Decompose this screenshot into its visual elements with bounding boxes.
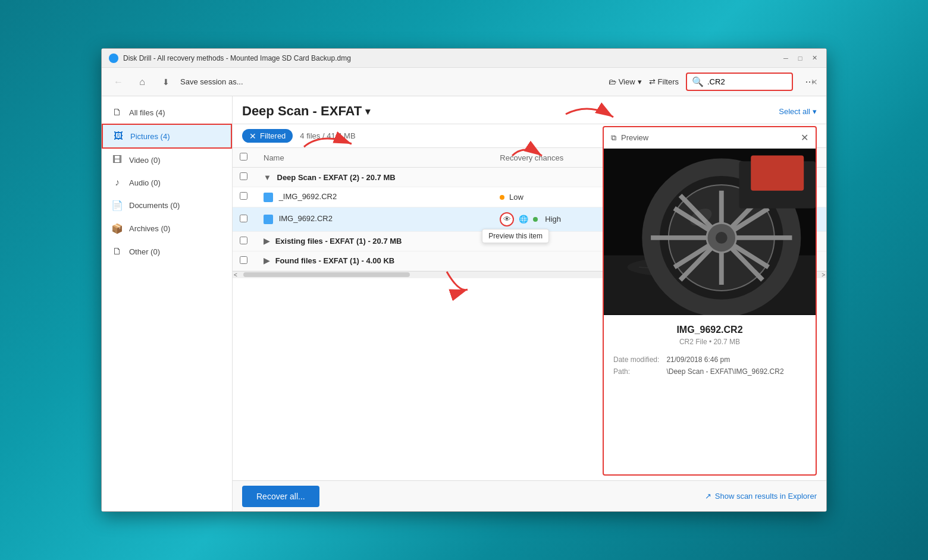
home-button[interactable]: ⌂ bbox=[133, 73, 152, 92]
recovery-dot-low bbox=[500, 195, 504, 200]
chevron-down-icon: ▾ bbox=[365, 106, 370, 117]
preview-meta: Date modified: 21/09/2018 6:46 pm Path: … bbox=[613, 355, 806, 376]
sidebar-item-all-files[interactable]: 🗋 All files (4) bbox=[102, 101, 232, 124]
path-label: Path: bbox=[613, 367, 659, 376]
preview-title: Preview bbox=[621, 133, 648, 142]
toolbar-right: 🗁 View ▾ ⇄ Filters 🔍 ✕ ··· bbox=[609, 73, 819, 92]
preview-item-button[interactable]: 👁 bbox=[500, 212, 514, 226]
preview-close-button[interactable]: ✕ bbox=[801, 132, 808, 143]
search-box: 🔍 ✕ bbox=[686, 73, 793, 91]
main-header: Deep Scan - EXFAT ▾ Select all ▾ bbox=[233, 96, 826, 124]
file-icon bbox=[264, 215, 273, 224]
view-label: View bbox=[619, 77, 635, 86]
sidebar-label-archives: Archives (0) bbox=[129, 224, 170, 233]
filter-label: Filtered bbox=[260, 131, 286, 140]
remove-filter-button[interactable]: ✕ bbox=[249, 132, 256, 140]
more-button[interactable]: ··· bbox=[800, 73, 819, 92]
filters-label: Filters bbox=[658, 77, 679, 86]
file-name-cell: _IMG_9692.CR2 bbox=[256, 187, 493, 207]
scan-title: Deep Scan - EXFAT ▾ bbox=[242, 103, 370, 119]
file-icon bbox=[264, 193, 273, 202]
date-value: 21/09/2018 6:46 pm bbox=[666, 355, 806, 364]
sidebar-item-audio[interactable]: ♪ Audio (0) bbox=[102, 171, 232, 194]
explorer-icon: ↗ bbox=[705, 492, 711, 501]
sidebar-item-pictures[interactable]: 🖼 Pictures (4) bbox=[102, 124, 232, 149]
path-value: \Deep Scan - EXFAT\IMG_9692.CR2 bbox=[666, 367, 806, 376]
filter-chip: ✕ Filtered bbox=[242, 129, 293, 143]
svg-rect-17 bbox=[751, 155, 804, 190]
sidebar-item-other[interactable]: 🗋 Other (0) bbox=[102, 240, 232, 263]
back-button[interactable]: ← bbox=[109, 73, 128, 92]
search-icon: 🔍 bbox=[692, 76, 704, 87]
sidebar-label-audio: Audio (0) bbox=[129, 178, 161, 187]
scroll-left-btn[interactable]: < bbox=[234, 272, 237, 278]
scrollbar-thumb[interactable] bbox=[243, 272, 410, 277]
preview-image-svg bbox=[604, 149, 816, 315]
archives-icon: 📦 bbox=[111, 223, 123, 234]
download-button[interactable]: ⬇ bbox=[156, 73, 175, 92]
search-input[interactable] bbox=[707, 77, 807, 86]
preview-filetype: CR2 File • 20.7 MB bbox=[613, 338, 806, 346]
sidebar-item-archives[interactable]: 📦 Archives (0) bbox=[102, 217, 232, 240]
select-all-checkbox-header[interactable] bbox=[233, 148, 256, 168]
date-label: Date modified: bbox=[613, 355, 659, 364]
other-icon: 🗋 bbox=[111, 246, 123, 257]
sidebar-label-documents: Documents (0) bbox=[129, 201, 180, 210]
filters-button[interactable]: ⇄ Filters bbox=[649, 77, 679, 86]
preview-header-left: ⧉ Preview bbox=[611, 133, 648, 143]
content-area: 🗋 All files (4) 🖼 Pictures (4) 🎞 Video (… bbox=[102, 96, 826, 511]
recovery-dot-high bbox=[533, 217, 538, 222]
minimize-button[interactable]: ─ bbox=[781, 54, 791, 63]
sidebar-item-documents[interactable]: 📄 Documents (0) bbox=[102, 194, 232, 217]
preview-tooltip-text: Preview this item bbox=[482, 229, 549, 243]
folder-icon: 🗁 bbox=[609, 77, 616, 86]
view-button[interactable]: 🗁 View ▾ bbox=[609, 77, 642, 86]
group-checkbox-cell[interactable] bbox=[233, 251, 256, 270]
preview-info: IMG_9692.CR2 CR2 File • 20.7 MB Date mod… bbox=[604, 315, 816, 474]
group-checkbox-cell[interactable] bbox=[233, 168, 256, 187]
app-icon bbox=[109, 54, 118, 63]
svg-point-14 bbox=[716, 232, 728, 244]
chevron-down-icon: ▾ bbox=[638, 77, 642, 86]
maximize-button[interactable]: □ bbox=[795, 54, 805, 63]
preview-image-area bbox=[604, 149, 816, 315]
preview-filename: IMG_9692.CR2 bbox=[613, 325, 806, 335]
all-files-icon: 🗋 bbox=[111, 107, 123, 118]
main-area: Deep Scan - EXFAT ▾ Select all ▾ ✕ Filte… bbox=[233, 96, 826, 511]
window-title: Disk Drill - All recovery methods - Moun… bbox=[123, 54, 781, 62]
save-label: Save session as... bbox=[180, 77, 243, 86]
sidebar-label-video: Video (0) bbox=[129, 156, 161, 165]
globe-icon: 🌐 bbox=[519, 215, 528, 224]
pictures-icon: 🖼 bbox=[112, 131, 124, 141]
show-explorer-button[interactable]: ↗ Show scan results in Explorer bbox=[705, 492, 817, 501]
sidebar-item-video[interactable]: 🎞 Video (0) bbox=[102, 149, 232, 171]
copy-icon: ⧉ bbox=[611, 133, 616, 143]
filter-icon: ⇄ bbox=[649, 77, 656, 86]
video-icon: 🎞 bbox=[111, 155, 123, 165]
group-checkbox-cell[interactable] bbox=[233, 231, 256, 251]
save-session-button[interactable]: Save session as... bbox=[180, 77, 243, 86]
expand-arrow-icon[interactable]: ▼ bbox=[264, 173, 271, 182]
select-all-button[interactable]: Select all ▾ bbox=[779, 107, 817, 116]
bottom-bar: Recover all... ↗ Show scan results in Ex… bbox=[233, 480, 826, 511]
recover-all-button[interactable]: Recover all... bbox=[242, 486, 319, 507]
expand-arrow-icon[interactable]: ▶ bbox=[264, 237, 269, 246]
file-name-cell: IMG_9692.CR2 bbox=[256, 207, 493, 231]
titlebar: Disk Drill - All recovery methods - Moun… bbox=[102, 49, 826, 68]
toolbar: ← ⌂ ⬇ Save session as... 🗁 View ▾ ⇄ Filt… bbox=[102, 68, 826, 96]
file-checkbox-cell[interactable] bbox=[233, 207, 256, 231]
filter-info: 4 files / 41.4 MB bbox=[300, 131, 355, 140]
close-button[interactable]: ✕ bbox=[810, 54, 819, 63]
sidebar-label-all-files: All files (4) bbox=[129, 108, 165, 117]
expand-arrow-icon[interactable]: ▶ bbox=[264, 256, 269, 265]
preview-header: ⧉ Preview ✕ bbox=[604, 127, 816, 149]
sidebar-label-pictures: Pictures (4) bbox=[130, 132, 170, 141]
file-checkbox-cell[interactable] bbox=[233, 187, 256, 207]
scroll-right-btn[interactable]: > bbox=[822, 272, 825, 278]
sidebar-label-other: Other (0) bbox=[129, 247, 160, 256]
documents-icon: 📄 bbox=[111, 200, 123, 211]
window-controls: ─ □ ✕ bbox=[781, 54, 819, 63]
audio-icon: ♪ bbox=[111, 177, 123, 188]
chevron-down-icon: ▾ bbox=[813, 107, 817, 116]
sidebar: 🗋 All files (4) 🖼 Pictures (4) 🎞 Video (… bbox=[102, 96, 233, 511]
